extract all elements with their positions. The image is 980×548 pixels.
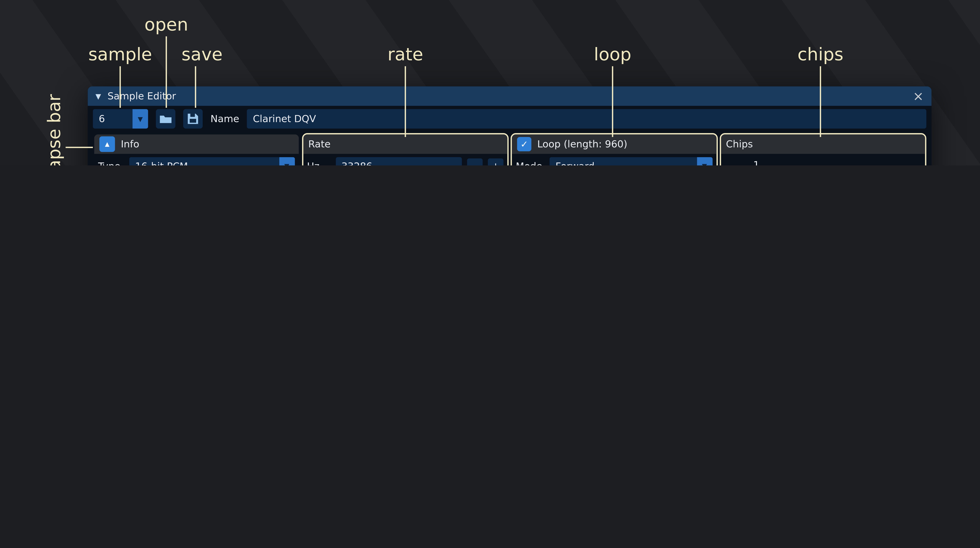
hz-input[interactable]: 33286 xyxy=(336,157,462,166)
rate-header: Rate xyxy=(303,134,507,154)
chips-panel: Chips 1 A ✓ xyxy=(719,133,926,166)
annotation-chips-label: chips xyxy=(797,44,843,64)
screenshot-stage: sample open save rate loop chips collaps… xyxy=(0,0,980,166)
loop-panel: ✓ Loop (length: 960) Mode Forward ▼ Star… xyxy=(511,133,718,166)
annotation-save-line xyxy=(195,66,196,108)
name-value: Clarinet DQV xyxy=(253,113,316,125)
name-label: Name xyxy=(210,113,239,125)
rate-panel: Rate Hz 33286 - + Note C-7 xyxy=(302,133,509,166)
rate-header-label: Rate xyxy=(308,139,331,150)
close-icon[interactable]: × xyxy=(913,89,924,102)
open-button[interactable] xyxy=(156,109,175,129)
chevron-down-icon[interactable]: ▼ xyxy=(697,157,713,166)
save-button[interactable] xyxy=(183,109,203,129)
save-icon xyxy=(188,114,198,124)
annotation-sample-line xyxy=(119,66,121,108)
folder-open-icon xyxy=(160,115,172,123)
annotation-rate-line xyxy=(405,66,406,137)
type-label: Type xyxy=(98,160,124,166)
mode-label: Mode xyxy=(516,160,544,166)
sample-selector-value: 6 xyxy=(93,109,132,129)
sample-editor-window: ▼ Sample Editor × 6 ▼ Name Clarinet DQV xyxy=(88,86,931,166)
loop-enable-checkbox[interactable]: ✓ xyxy=(517,137,531,151)
hz-decrement-button[interactable]: - xyxy=(467,158,483,166)
hz-increment-button[interactable]: + xyxy=(488,158,504,166)
info-panel: ▲ Info Type 16-bit PCM ▼ ✓ BRR emphasis xyxy=(93,133,300,166)
chips-header: Chips xyxy=(721,134,925,154)
sample-selector[interactable]: 6 ▼ xyxy=(93,109,148,129)
panels-row: ▲ Info Type 16-bit PCM ▼ ✓ BRR emphasis xyxy=(93,133,926,166)
annotation-chips-line xyxy=(820,66,821,137)
annotation-sample-label: sample xyxy=(88,44,152,64)
collapse-bar-button[interactable]: ▲ xyxy=(99,136,115,152)
title-bar[interactable]: ▼ Sample Editor × xyxy=(88,86,931,106)
info-header-label: Info xyxy=(121,139,139,150)
annotation-save-label: save xyxy=(181,44,223,64)
name-input[interactable]: Clarinet DQV xyxy=(247,109,926,129)
chip-column-header: 1 xyxy=(753,159,759,166)
chips-header-label: Chips xyxy=(726,139,753,150)
loop-header: ✓ Loop (length: 960) xyxy=(512,134,716,154)
annotation-collapse-bar-line xyxy=(66,147,93,148)
type-value: 16-bit PCM xyxy=(129,157,279,166)
chevron-down-icon[interactable]: ▼ xyxy=(279,157,294,166)
loop-mode-selector[interactable]: Forward ▼ xyxy=(550,157,712,166)
annotation-loop-line xyxy=(612,66,613,137)
hz-value: 33286 xyxy=(341,160,372,166)
annotation-open-line xyxy=(165,37,167,108)
loop-mode-value: Forward xyxy=(550,157,697,166)
type-selector[interactable]: 16-bit PCM ▼ xyxy=(129,157,294,166)
info-header: ▲ Info xyxy=(94,134,299,154)
hz-label: Hz xyxy=(307,160,330,166)
loop-header-label: Loop (length: 960) xyxy=(537,139,627,150)
annotation-collapse-bar-label: collapse bar xyxy=(44,94,64,166)
annotation-rate-label: rate xyxy=(388,44,423,64)
annotation-open-label: open xyxy=(145,14,188,35)
sample-header-row: 6 ▼ Name Clarinet DQV xyxy=(88,106,931,132)
annotation-loop-label: loop xyxy=(594,44,631,64)
window-collapse-icon[interactable]: ▼ xyxy=(95,92,101,100)
chevron-down-icon[interactable]: ▼ xyxy=(132,109,148,129)
